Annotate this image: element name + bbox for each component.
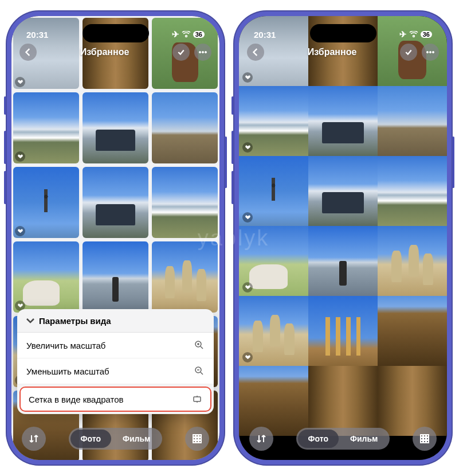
svg-rect-21: [421, 438, 423, 440]
power-btn: [452, 136, 454, 188]
zoom-in-icon: [194, 340, 205, 350]
phone-right: 20:31 ✈ 36 Избранное: [233, 10, 453, 466]
svg-point-15: [426, 52, 428, 53]
wifi-icon: [182, 31, 191, 38]
menu-title: Параметры вида: [39, 316, 111, 326]
svg-rect-10: [196, 438, 198, 440]
favorite-icon: [242, 282, 253, 292]
thumb[interactable]: [81, 91, 150, 165]
dynamic-island: [83, 24, 149, 42]
phone-left: 20:31 ✈ 36 Избранное: [6, 10, 225, 466]
thumb[interactable]: [81, 240, 150, 314]
favorite-icon: [242, 72, 253, 83]
menu-zoom-out[interactable]: Уменьшить масштаб: [17, 358, 214, 384]
chevron-down-icon: [25, 315, 36, 326]
volume-up-btn: [231, 96, 234, 115]
thumb[interactable]: [11, 240, 81, 314]
svg-rect-24: [421, 440, 423, 443]
svg-rect-7: [196, 435, 198, 437]
bottom-bar: Фото Фильм: [11, 427, 219, 451]
svg-rect-26: [426, 440, 429, 443]
thumb[interactable]: [308, 296, 378, 366]
action-btn: [4, 171, 6, 204]
thumb[interactable]: [308, 226, 378, 296]
thumb[interactable]: [81, 165, 150, 240]
view-segment: Фото Фильм: [69, 428, 163, 450]
svg-rect-11: [199, 438, 201, 440]
airplane-icon: ✈: [172, 29, 179, 40]
menu-square-grid[interactable]: Сетка в виде квадратов: [19, 387, 211, 412]
page-title: Избранное: [308, 47, 357, 57]
svg-rect-18: [421, 435, 423, 437]
grid-button[interactable]: [413, 427, 437, 451]
photo-grid-square[interactable]: [239, 16, 447, 436]
svg-point-0: [199, 52, 201, 53]
svg-rect-5: [194, 397, 201, 401]
status-time: 20:31: [26, 30, 48, 40]
seg-film[interactable]: Фильм: [340, 430, 388, 448]
svg-point-1: [202, 52, 203, 53]
thumb[interactable]: [378, 366, 447, 436]
svg-rect-8: [199, 435, 201, 437]
thumb[interactable]: [11, 165, 81, 240]
svg-rect-6: [193, 435, 195, 437]
battery-level: 36: [421, 31, 432, 38]
svg-rect-20: [426, 435, 429, 437]
svg-rect-22: [423, 438, 426, 440]
aspect-icon: [192, 394, 202, 404]
svg-rect-23: [426, 438, 429, 440]
thumb[interactable]: [378, 86, 447, 156]
status-right: ✈ 36: [172, 29, 205, 40]
thumb[interactable]: [239, 366, 308, 436]
menu-header[interactable]: Параметры вида: [17, 309, 214, 333]
menu-item-label: Уменьшить масштаб: [26, 366, 109, 376]
thumb[interactable]: [308, 86, 378, 156]
screen-left: 20:31 ✈ 36 Избранное: [11, 16, 219, 460]
svg-rect-13: [196, 440, 198, 443]
sort-button[interactable]: [249, 427, 273, 451]
thumb[interactable]: [239, 296, 308, 366]
grid-button[interactable]: [185, 427, 209, 451]
thumb[interactable]: [239, 156, 308, 226]
svg-rect-25: [423, 440, 426, 443]
svg-rect-14: [199, 440, 201, 443]
thumb[interactable]: [150, 165, 219, 240]
thumb[interactable]: [11, 91, 81, 165]
svg-point-17: [432, 52, 434, 53]
svg-rect-9: [193, 438, 195, 440]
thumb[interactable]: [239, 226, 308, 296]
menu-zoom-in[interactable]: Увеличить масштаб: [17, 333, 214, 358]
favorite-icon: [242, 212, 253, 223]
seg-photo[interactable]: Фото: [298, 430, 339, 448]
sort-button[interactable]: [22, 427, 46, 451]
volume-down-btn: [231, 131, 234, 164]
power-btn: [225, 136, 227, 188]
svg-point-16: [429, 52, 431, 53]
svg-point-2: [205, 52, 206, 53]
screen-right: 20:31 ✈ 36 Избранное: [239, 16, 447, 460]
favorite-icon: [242, 142, 253, 153]
view-options-menu: Параметры вида Увеличить масштаб Уменьши…: [17, 309, 214, 414]
favorite-icon: [15, 151, 25, 162]
thumb[interactable]: [239, 86, 308, 156]
thumb[interactable]: [308, 366, 378, 436]
thumb[interactable]: [308, 156, 378, 226]
menu-item-label: Увеличить масштаб: [26, 341, 105, 350]
thumb[interactable]: [378, 226, 447, 296]
volume-down-btn: [4, 131, 6, 164]
favorite-icon: [15, 77, 25, 87]
thumb[interactable]: [378, 296, 447, 366]
seg-film[interactable]: Фильм: [112, 430, 160, 448]
seg-photo[interactable]: Фото: [70, 430, 111, 448]
wifi-icon: [409, 31, 418, 38]
status-time: 20:31: [254, 30, 276, 40]
svg-rect-19: [423, 435, 426, 437]
menu-item-label: Сетка в виде квадратов: [29, 395, 124, 404]
bottom-bar: Фото Фильм: [239, 427, 447, 451]
page-title: Избранное: [80, 47, 129, 57]
thumb[interactable]: [378, 156, 447, 226]
thumb[interactable]: [150, 240, 219, 314]
status-right: ✈ 36: [399, 29, 432, 40]
favorite-icon: [15, 226, 25, 236]
thumb[interactable]: [150, 91, 219, 165]
